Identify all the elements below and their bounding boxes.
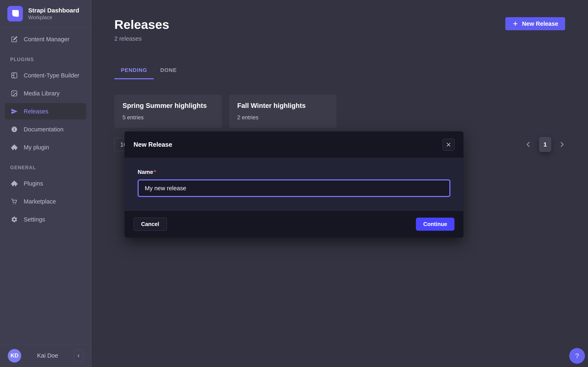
sidebar-item-documentation[interactable]: Documentation — [5, 120, 86, 138]
sidebar-item-content-type-builder[interactable]: Content-Type Builder — [5, 67, 86, 84]
cancel-button[interactable]: Cancel — [134, 218, 167, 231]
sidebar: Strapi Dashboard Workplace Content Manag… — [0, 0, 91, 367]
chevron-right-icon — [558, 141, 565, 148]
sidebar-item-label: Settings — [24, 216, 45, 223]
sidebar-item-label: Media Library — [24, 90, 60, 97]
gear-icon — [10, 215, 18, 224]
pen-icon — [10, 35, 18, 43]
cart-icon — [10, 197, 18, 206]
sidebar-item-label: Releases — [24, 108, 48, 115]
name-label-text: Name — [138, 169, 153, 175]
sidebar-item-settings[interactable]: Settings — [5, 210, 86, 228]
sidebar-item-releases[interactable]: Releases — [5, 103, 86, 119]
close-button[interactable] — [443, 139, 454, 150]
name-field-label: Name* — [138, 169, 156, 175]
user-name[interactable]: Kai Doe — [25, 352, 70, 359]
release-card-entries: 5 entries — [122, 114, 214, 121]
tab-done[interactable]: DONE — [154, 62, 183, 79]
info-icon — [10, 125, 18, 133]
sidebar-item-label: Documentation — [24, 126, 64, 133]
strapi-logo-icon — [7, 6, 23, 21]
sidebar-item-label: Marketplace — [24, 198, 56, 205]
previous-page-button[interactable] — [525, 141, 532, 148]
layout-grid-icon — [10, 71, 18, 79]
sidebar-item-plugins[interactable]: Plugins — [5, 175, 86, 192]
next-page-button[interactable] — [558, 141, 565, 148]
sidebar-nav: Content Manager PLUGINS Content-Type Bui… — [0, 27, 91, 344]
sidebar-footer: KD Kai Doe — [0, 344, 91, 367]
puzzle-icon — [10, 179, 18, 188]
close-icon — [446, 142, 451, 147]
sidebar-item-label: Content Manager — [24, 36, 69, 43]
puzzle-icon — [10, 143, 18, 151]
pagination: 1 — [525, 137, 565, 152]
release-card-title: Fall Winter highlights — [237, 102, 328, 109]
page-number-button[interactable]: 1 — [539, 137, 551, 152]
dialog-footer: Cancel Continue — [125, 211, 463, 238]
dialog-body: Name* — [125, 158, 463, 211]
sidebar-item-label: Content-Type Builder — [24, 72, 79, 79]
brand-title: Strapi Dashboard — [28, 7, 79, 14]
new-release-dialog: New Release Name* Cancel Continue — [125, 131, 463, 238]
sidebar-collapse-button[interactable] — [74, 350, 83, 362]
release-card-spring-summer[interactable]: Spring Summer highlights 5 entries — [114, 95, 222, 128]
brand-text: Strapi Dashboard Workplace — [28, 7, 79, 21]
sidebar-item-media-library[interactable]: Media Library — [5, 84, 86, 102]
tab-pending[interactable]: PENDING — [114, 62, 154, 79]
chevron-left-icon — [525, 141, 532, 148]
tab-bar: PENDING DONE — [114, 62, 565, 79]
new-release-button[interactable]: New Release — [505, 17, 565, 30]
avatar[interactable]: KD — [8, 349, 21, 362]
page-subtitle: 2 releases — [114, 35, 565, 42]
release-card-list: Spring Summer highlights 5 entries Fall … — [114, 95, 565, 128]
paper-plane-icon — [10, 107, 18, 116]
release-card-fall-winter[interactable]: Fall Winter highlights 2 entries — [229, 95, 337, 128]
sidebar-section-general: GENERAL — [0, 165, 91, 170]
help-button[interactable]: ? — [569, 348, 585, 364]
sidebar-item-content-manager[interactable]: Content Manager — [5, 30, 86, 48]
name-field[interactable] — [138, 179, 450, 197]
continue-button[interactable]: Continue — [416, 218, 454, 231]
page-title: Releases — [114, 17, 565, 32]
chevron-left-icon — [76, 353, 81, 358]
brand-subtitle: Workplace — [28, 14, 79, 21]
image-icon — [10, 89, 18, 98]
plus-icon — [512, 21, 518, 27]
dialog-header: New Release — [125, 131, 463, 158]
sidebar-item-label: My plugin — [24, 144, 49, 151]
sidebar-item-label: Plugins — [24, 180, 43, 187]
release-card-entries: 2 entries — [237, 114, 328, 121]
sidebar-item-marketplace[interactable]: Marketplace — [5, 192, 86, 210]
release-card-title: Spring Summer highlights — [122, 102, 214, 109]
sidebar-item-my-plugin[interactable]: My plugin — [5, 138, 86, 156]
sidebar-section-plugins: PLUGINS — [0, 57, 91, 62]
new-release-button-label: New Release — [522, 20, 558, 27]
required-asterisk: * — [154, 169, 156, 175]
workspace-brand[interactable]: Strapi Dashboard Workplace — [0, 0, 91, 27]
dialog-title: New Release — [134, 141, 172, 148]
